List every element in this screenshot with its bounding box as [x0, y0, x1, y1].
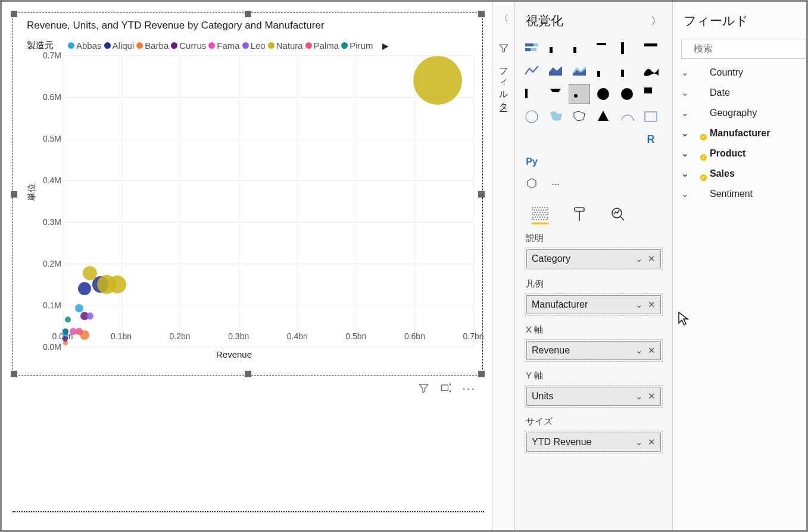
- field-table-geography[interactable]: ⌄Geography: [673, 103, 806, 123]
- resize-handle[interactable]: [245, 11, 251, 17]
- chevron-down-icon[interactable]: ⌄: [635, 254, 643, 264]
- data-point[interactable]: [86, 312, 93, 320]
- column-icon[interactable]: [545, 39, 566, 59]
- legend-item[interactable]: Aliqui: [104, 40, 135, 51]
- resize-handle[interactable]: [11, 191, 17, 198]
- remove-icon[interactable]: ✕: [648, 437, 656, 447]
- paginated-icon[interactable]: [640, 152, 662, 172]
- resize-handle[interactable]: [478, 371, 485, 377]
- map-icon[interactable]: [521, 107, 542, 127]
- search-box[interactable]: [681, 39, 806, 59]
- 100stacked-column-icon[interactable]: [616, 39, 638, 59]
- well-size[interactable]: YTD Revenue⌄✕: [526, 433, 661, 452]
- chevron-down-icon[interactable]: ⌄: [635, 345, 643, 356]
- scatter-icon[interactable]: [569, 84, 590, 104]
- multi-card-icon[interactable]: [521, 129, 542, 149]
- data-point[interactable]: [78, 282, 91, 295]
- donut-icon[interactable]: [616, 84, 638, 104]
- legend-item[interactable]: Natura: [268, 40, 303, 51]
- legend-item[interactable]: Fama: [208, 40, 239, 51]
- filters-pane-collapsed[interactable]: 〈 フィルター: [492, 2, 514, 530]
- resize-handle[interactable]: [478, 191, 485, 198]
- table-icon[interactable]: [592, 129, 614, 149]
- filter-icon[interactable]: [418, 383, 429, 394]
- field-table-manufacturer[interactable]: ⌄✓Manufacturer: [673, 123, 806, 143]
- area-icon[interactable]: [545, 61, 566, 82]
- qna-icon[interactable]: [592, 152, 614, 172]
- data-point[interactable]: [65, 317, 71, 323]
- card-icon[interactable]: 123: [640, 107, 662, 127]
- slicer-icon[interactable]: [569, 129, 590, 149]
- stacked-column-icon[interactable]: [569, 39, 590, 59]
- decomposition-icon[interactable]: [569, 152, 590, 172]
- legend-more-icon[interactable]: ▶: [382, 41, 389, 51]
- remove-icon[interactable]: ✕: [648, 391, 656, 402]
- data-point[interactable]: [76, 328, 83, 335]
- get-visuals-icon[interactable]: [521, 174, 542, 195]
- chevron-down-icon[interactable]: ⌄: [681, 189, 688, 199]
- field-table-country[interactable]: ⌄Country: [673, 62, 806, 83]
- resize-handle[interactable]: [245, 371, 251, 377]
- field-table-product[interactable]: ⌄✓Product: [673, 143, 806, 164]
- kpi-icon[interactable]: [545, 129, 566, 149]
- gauge-icon[interactable]: [616, 107, 638, 127]
- line-column-icon[interactable]: [592, 61, 614, 82]
- chevron-down-icon[interactable]: ⌄: [635, 437, 643, 447]
- data-point[interactable]: [108, 276, 126, 293]
- field-table-date[interactable]: ⌄Date: [673, 83, 806, 103]
- 100stacked-bar-icon[interactable]: [640, 39, 662, 59]
- data-point[interactable]: [413, 56, 462, 105]
- well-detail[interactable]: Category⌄✕: [526, 249, 661, 268]
- legend-item[interactable]: Currus: [171, 40, 206, 51]
- waterfall-icon[interactable]: [521, 84, 542, 104]
- funnel-icon[interactable]: [545, 84, 566, 104]
- line-icon[interactable]: [521, 61, 542, 82]
- chevron-down-icon[interactable]: ⌄: [635, 299, 643, 310]
- clustered-bar-icon[interactable]: [592, 39, 614, 59]
- data-point[interactable]: [83, 266, 97, 280]
- chevron-left-icon[interactable]: 〈: [499, 12, 508, 25]
- focus-mode-icon[interactable]: [440, 383, 451, 394]
- chevron-down-icon[interactable]: ⌄: [681, 87, 688, 98]
- line-stacked-column-icon[interactable]: [616, 61, 638, 82]
- py-icon[interactable]: Py: [521, 152, 542, 172]
- remove-icon[interactable]: ✕: [648, 345, 656, 356]
- chevron-down-icon[interactable]: ⌄: [681, 168, 688, 179]
- filled-map-icon[interactable]: [545, 107, 566, 127]
- more-options-icon[interactable]: ···: [462, 381, 476, 395]
- fields-tab-icon[interactable]: [532, 206, 548, 224]
- legend-item[interactable]: Barba: [136, 40, 169, 51]
- shape-map-icon[interactable]: [569, 107, 590, 127]
- well-legend[interactable]: Manufacturer⌄✕: [526, 295, 661, 314]
- pie-icon[interactable]: [592, 84, 614, 104]
- chevron-down-icon[interactable]: ⌄: [681, 108, 688, 118]
- field-table-sales[interactable]: ⌄✓Sales: [673, 164, 806, 184]
- analytics-tab-icon[interactable]: [610, 206, 626, 224]
- narrative-icon[interactable]: [616, 152, 638, 172]
- search-input[interactable]: [692, 43, 808, 55]
- remove-icon[interactable]: ✕: [648, 254, 656, 264]
- r-icon[interactable]: R: [640, 129, 662, 149]
- chevron-down-icon[interactable]: ⌄: [681, 128, 688, 139]
- legend-item[interactable]: Palma: [305, 40, 339, 51]
- stacked-bar-icon[interactable]: [521, 39, 542, 59]
- legend-item[interactable]: Abbas: [68, 40, 102, 51]
- legend-item[interactable]: Leo: [242, 40, 266, 51]
- ribbon-icon[interactable]: [640, 61, 662, 82]
- remove-icon[interactable]: ✕: [648, 299, 656, 310]
- format-tab-icon[interactable]: [572, 206, 586, 224]
- report-canvas[interactable]: Revenue, Units, and YTD Revenue by Categ…: [2, 2, 492, 530]
- resize-handle[interactable]: [478, 11, 485, 17]
- chevron-down-icon[interactable]: ⌄: [681, 148, 688, 159]
- field-table-sentiment[interactable]: ⌄Sentiment: [673, 184, 806, 204]
- more-icon[interactable]: ···: [545, 174, 566, 195]
- scatter-plot[interactable]: [63, 55, 473, 347]
- chevron-right-icon[interactable]: 〉: [651, 14, 662, 28]
- legend-item[interactable]: Pirum: [341, 40, 373, 51]
- well-x-axis[interactable]: Revenue⌄✕: [526, 341, 661, 360]
- data-point[interactable]: [75, 304, 83, 312]
- well-y-axis[interactable]: Units⌄✕: [526, 387, 661, 406]
- matrix-icon[interactable]: [616, 129, 638, 149]
- chevron-down-icon[interactable]: ⌄: [635, 391, 643, 402]
- stacked-area-icon[interactable]: [569, 61, 590, 82]
